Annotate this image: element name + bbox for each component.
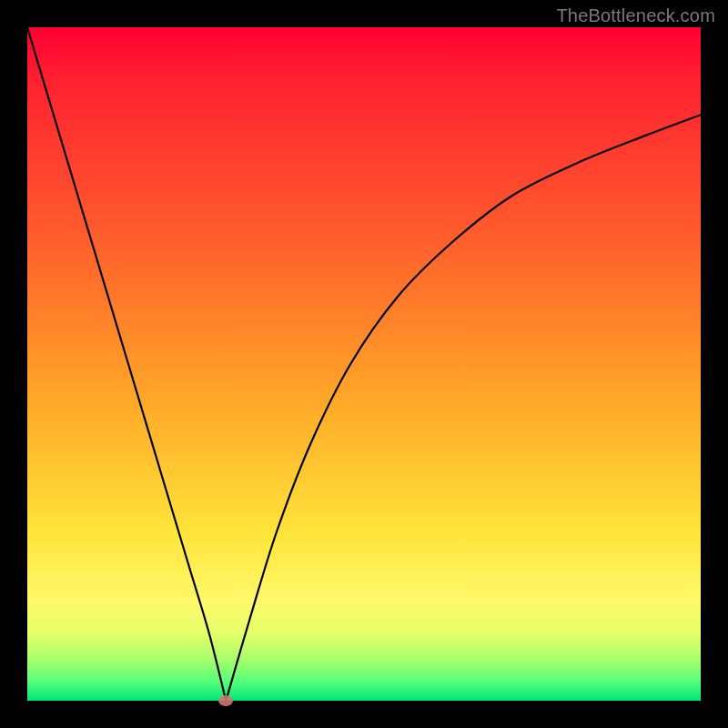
- chart-frame: TheBottleneck.com: [0, 0, 728, 728]
- minimum-marker: [218, 695, 233, 706]
- watermark-text: TheBottleneck.com: [556, 5, 715, 26]
- plot-area: [27, 27, 701, 701]
- bottleneck-curve: [27, 27, 701, 701]
